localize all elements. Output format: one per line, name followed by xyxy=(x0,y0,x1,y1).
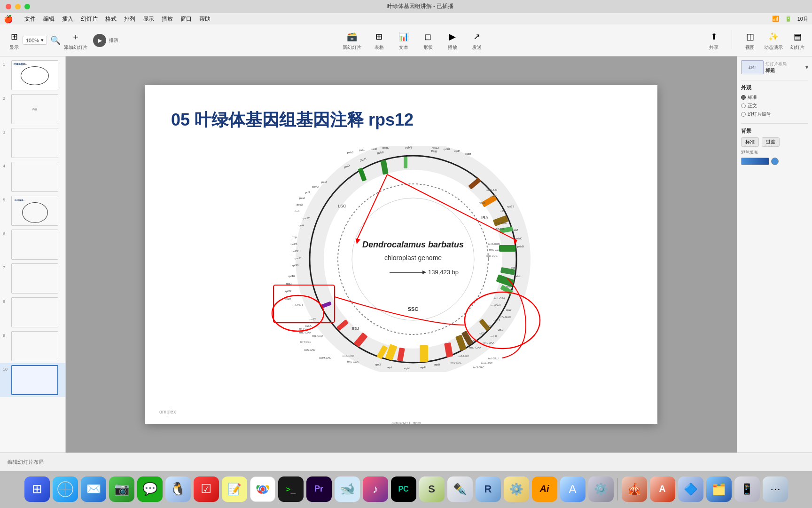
menu-play[interactable]: 播放 xyxy=(162,15,173,23)
menu-edit[interactable]: 编辑 xyxy=(43,15,55,23)
svg-marker-125 xyxy=(64,486,68,492)
magnify-button[interactable]: 🔍 xyxy=(49,34,62,47)
menu-view[interactable]: 显示 xyxy=(143,15,154,23)
dock-pycharm[interactable]: PC xyxy=(391,476,416,502)
dock-premiere[interactable]: Pr xyxy=(306,476,332,502)
svg-text:chloroplast genome: chloroplast genome xyxy=(384,254,442,262)
slide-item-4[interactable]: 4 xyxy=(0,160,65,194)
dock-illustrator[interactable]: Ai xyxy=(532,476,557,502)
close-button[interactable] xyxy=(6,4,11,9)
dock-sublime[interactable]: S xyxy=(419,476,445,502)
dock-terminal[interactable]: >_ xyxy=(278,476,304,502)
dock-3d[interactable]: 🔷 xyxy=(678,476,703,502)
dock-qq[interactable]: 🐧 xyxy=(165,476,191,502)
slide-item-2[interactable]: 2 内容 xyxy=(0,92,65,126)
clock-display: 10月 xyxy=(797,16,808,23)
dock-taskexplorer[interactable]: ⚙️ xyxy=(504,476,529,502)
maximize-button[interactable] xyxy=(24,4,30,9)
transition-button[interactable]: 过渡 xyxy=(762,137,780,147)
dock-mail[interactable]: ✉️ xyxy=(81,476,106,502)
dock-reminders[interactable]: ☑ xyxy=(194,476,219,502)
operate-button[interactable]: ▶ 播放 xyxy=(446,30,459,51)
view-icon: ◫ xyxy=(743,30,757,43)
dock-finder[interactable]: 🗂️ xyxy=(706,476,732,502)
menu-slide[interactable]: 幻灯片 xyxy=(81,15,98,23)
dock-vectornator[interactable]: ✒️ xyxy=(447,476,473,502)
play-button[interactable]: ▶ xyxy=(93,34,106,47)
color-swatch[interactable] xyxy=(741,158,769,165)
dock-safari[interactable] xyxy=(53,476,78,502)
slide-thumb-10 xyxy=(11,365,58,395)
svg-text:trnI-CAU: trnI-CAU xyxy=(292,304,303,307)
dock-wechat[interactable]: 💬 xyxy=(137,476,163,502)
svg-text:ycf4: ycf4 xyxy=(305,191,311,194)
view-button[interactable]: ◫ 视图 xyxy=(743,30,757,51)
table-icon: ⊞ xyxy=(373,30,386,43)
display-button[interactable]: ⊞ 显示 xyxy=(8,30,21,51)
dock-docker[interactable]: 🐋 xyxy=(335,476,360,502)
slidenum-radio[interactable] xyxy=(741,112,746,117)
dock-stickies[interactable]: 📝 xyxy=(222,476,247,502)
layout-dropdown[interactable]: ▾ xyxy=(805,64,808,71)
svg-text:psbJ: psbJ xyxy=(347,151,353,154)
appearance-title: 外观 xyxy=(741,84,808,91)
zoom-selector[interactable]: 100% ▾ xyxy=(23,36,47,45)
table-button[interactable]: ⊞ 表格 xyxy=(373,30,386,51)
dock-systemprefs[interactable]: ⚙️ xyxy=(588,476,614,502)
dock-appstore[interactable]: A xyxy=(560,476,586,502)
body-radio[interactable] xyxy=(741,103,746,108)
slide-item-1[interactable]: 1 叶绿体基因... xyxy=(0,58,65,92)
new-slide-button[interactable]: 🗃️ 新幻灯片 xyxy=(343,30,361,51)
ai-tools-button[interactable]: ✨ 动态演示 xyxy=(764,30,783,51)
apple-menu[interactable]: 🍎 xyxy=(4,15,13,24)
slide-thumb-4 xyxy=(11,162,58,192)
dock-music[interactable]: ♪ xyxy=(363,476,388,502)
dock-acrobat[interactable]: A xyxy=(650,476,675,502)
menu-arrange[interactable]: 排列 xyxy=(124,15,135,23)
menu-help[interactable]: 帮助 xyxy=(199,15,211,23)
svg-text:LSC: LSC xyxy=(338,204,346,208)
menu-format[interactable]: 格式 xyxy=(105,15,117,23)
appearance-slidenum: 幻灯片编号 xyxy=(748,111,771,118)
dock-extra1[interactable]: 📱 xyxy=(734,476,760,502)
slide-item-9[interactable]: 9 xyxy=(0,329,65,363)
slide-item-10[interactable]: 10 xyxy=(0,363,65,397)
menu-insert[interactable]: 插入 xyxy=(62,15,73,23)
slide-thumb-2: 内容 xyxy=(11,94,58,124)
add-slide-button[interactable]: ＋ 添加幻灯片 xyxy=(64,30,87,51)
dock-rstudio[interactable]: R xyxy=(476,476,501,502)
share-button[interactable]: ⬆ 共享 xyxy=(707,30,720,51)
minimize-button[interactable] xyxy=(15,4,21,9)
shapes-button[interactable]: ◻ 形状 xyxy=(422,30,435,51)
chart-button[interactable]: 📊 文本 xyxy=(397,30,410,51)
standard-radio[interactable] xyxy=(741,95,746,100)
slide-item-6[interactable]: 6 xyxy=(0,228,65,262)
slide-item-8[interactable]: 8 xyxy=(0,295,65,329)
dock-keynote[interactable]: 🎪 xyxy=(622,476,647,502)
appearance-body: 正文 xyxy=(748,103,757,109)
slide-canvas[interactable]: 05 叶绿体基因组基因注释 rps12 xyxy=(145,85,657,424)
dock-extra2[interactable]: ⋯ xyxy=(763,476,788,502)
send-button[interactable]: ↗ 发送 xyxy=(470,30,484,51)
color-circle[interactable] xyxy=(771,158,779,165)
svg-point-129 xyxy=(261,487,265,491)
dock-chrome[interactable] xyxy=(250,476,275,502)
add-icon: ＋ xyxy=(69,30,82,43)
svg-text:Dendrocalamus barbatus: Dendrocalamus barbatus xyxy=(362,240,464,249)
slide-item-3[interactable]: 3 xyxy=(0,126,65,160)
svg-text:rpl2: rpl2 xyxy=(500,210,505,213)
slide-mgr-button[interactable]: ▤ 幻灯片 xyxy=(790,30,804,51)
svg-text:rps19: rps19 xyxy=(507,205,515,208)
dock-launchpad[interactable]: ⊞ xyxy=(24,476,50,502)
standard-button[interactable]: 标准 xyxy=(741,137,759,147)
menu-file[interactable]: 文件 xyxy=(24,15,36,23)
menu-window[interactable]: 窗口 xyxy=(180,15,192,23)
slide-item-7[interactable]: 7 xyxy=(0,262,65,295)
battery-icon: 🔋 xyxy=(785,16,792,22)
dock-facetime[interactable]: 📷 xyxy=(109,476,134,502)
right-panel: 幻灯 幻灯片布局 标题 ▾ 外观 标准 正文 幻 xyxy=(737,56,812,452)
svg-text:psbB: psbB xyxy=(465,152,471,155)
canvas-area[interactable]: 05 叶绿体基因组基因注释 rps12 xyxy=(66,56,737,452)
svg-text:rbcL: rbcL xyxy=(295,210,300,213)
slide-item-5[interactable]: 5 05 叶绿体... xyxy=(0,194,65,228)
